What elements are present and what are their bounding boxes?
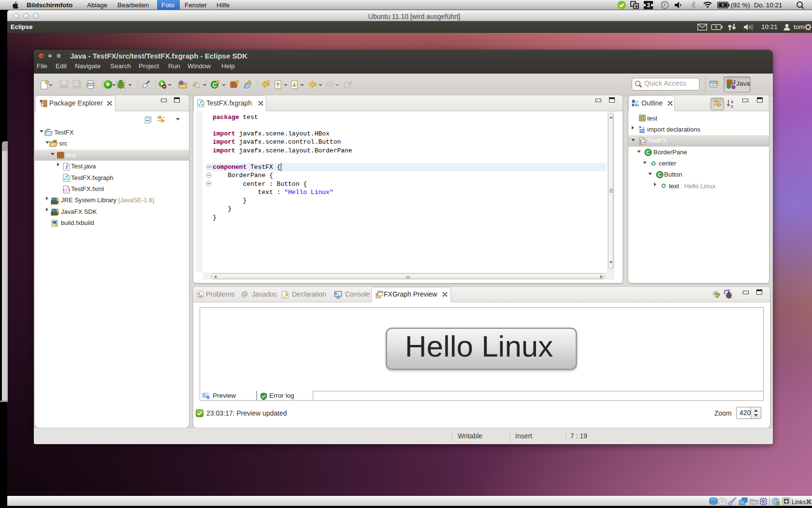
svg-text:C: C xyxy=(646,149,650,155)
svg-text:V: V xyxy=(762,499,765,504)
svg-text:J: J xyxy=(65,164,68,170)
svg-text:{…: {… xyxy=(639,139,645,144)
svg-text:</>: </> xyxy=(63,188,70,193)
svg-text:z: z xyxy=(731,104,733,108)
svg-text:J: J xyxy=(732,79,735,85)
svg-text:C: C xyxy=(658,172,662,178)
svg-text:3: 3 xyxy=(647,2,650,9)
